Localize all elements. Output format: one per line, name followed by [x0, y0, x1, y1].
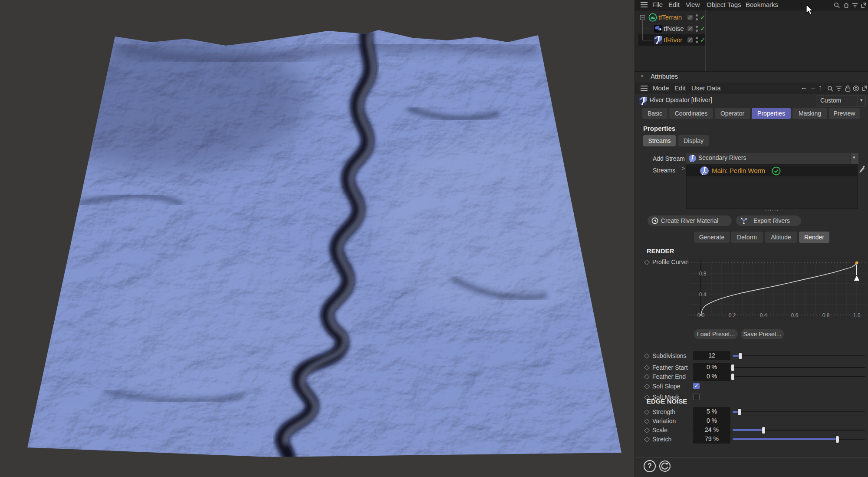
curve-start-point[interactable]: [700, 314, 702, 316]
back-icon[interactable]: ←: [801, 83, 807, 91]
layer-toggle-icon[interactable]: [687, 26, 693, 31]
soft-slope-checkbox[interactable]: ✓: [693, 383, 700, 389]
focus-icon[interactable]: [853, 85, 859, 92]
stream-item-row[interactable]: Main: Perlin Worm: [687, 166, 857, 176]
object-name[interactable]: tfNoise: [664, 23, 684, 34]
enabled-check-icon[interactable]: ✓: [700, 26, 706, 32]
tab-preview[interactable]: Preview: [829, 108, 860, 119]
export-rivers-button[interactable]: Export Rivers: [736, 215, 801, 226]
resize-handle-dots[interactable]: ······: [765, 208, 779, 213]
tab-properties[interactable]: Properties: [752, 108, 791, 119]
menu-bookmarks[interactable]: Bookmarks: [746, 0, 778, 10]
help-icon[interactable]: ?: [644, 460, 656, 472]
visibility-dot-bottom[interactable]: [696, 41, 698, 43]
up-icon[interactable]: ↑: [819, 83, 822, 91]
menu-file[interactable]: File: [652, 0, 663, 10]
menu-edit[interactable]: Edit: [668, 0, 680, 10]
menu-mode[interactable]: Mode: [653, 83, 669, 93]
hamburger-icon[interactable]: [641, 86, 648, 86]
tab-basic[interactable]: Basic: [642, 108, 667, 119]
keyframe-diamond-icon[interactable]: [644, 418, 650, 424]
tfriver-object-icon[interactable]: [654, 36, 662, 44]
tab-operator[interactable]: Operator: [715, 108, 750, 119]
forward-icon[interactable]: →: [809, 83, 816, 91]
streams-list[interactable]: Main: Perlin Worm: [686, 164, 858, 209]
dropdown-arrow-button[interactable]: ▾: [850, 153, 858, 164]
keyframe-diamond-icon[interactable]: [644, 374, 650, 380]
keyframe-diamond-icon[interactable]: [644, 353, 650, 359]
subtab-streams[interactable]: Streams: [643, 135, 676, 146]
menu-user-data[interactable]: User Data: [691, 83, 721, 93]
expander-arrow-icon[interactable]: >: [682, 166, 685, 172]
keyframe-diamond-icon[interactable]: [644, 259, 650, 265]
hamburger-icon[interactable]: [641, 2, 648, 3]
tab-generate[interactable]: Generate: [694, 232, 730, 243]
3d-viewport[interactable]: [0, 0, 635, 477]
feather-start-input[interactable]: 0 %: [693, 363, 730, 372]
create-river-material-button[interactable]: Create River Material: [648, 215, 732, 226]
visibility-dot-top[interactable]: [696, 37, 698, 39]
feather-end-slider-handle[interactable]: [731, 374, 734, 380]
stretch-slider-handle[interactable]: [836, 436, 839, 443]
visibility-dot-top[interactable]: [696, 26, 698, 28]
save-preset-button[interactable]: Save Preset...: [741, 329, 784, 339]
tfnoise-object-icon[interactable]: [654, 25, 662, 33]
keyframe-diamond-icon[interactable]: [644, 427, 650, 433]
keyframe-diamond-icon[interactable]: [644, 409, 650, 415]
feather-end-input[interactable]: 0 %: [693, 372, 730, 381]
menu-tags[interactable]: Tags: [727, 0, 741, 10]
stretch-input[interactable]: 79 %: [693, 434, 730, 444]
collapse-expander-icon[interactable]: −: [640, 15, 645, 20]
filter-icon[interactable]: [836, 86, 842, 91]
curve-end-point-selected[interactable]: [855, 262, 858, 265]
feather-start-slider-track[interactable]: [733, 367, 865, 368]
om-column-divider[interactable]: [705, 10, 706, 71]
soft-mask-checkbox[interactable]: [693, 394, 700, 400]
tfterrain-object-icon[interactable]: [648, 13, 657, 22]
tab-masking[interactable]: Masking: [792, 108, 827, 119]
preset-dropdown[interactable]: Custom ▾: [816, 96, 866, 106]
stream-enabled-check-icon[interactable]: [772, 166, 781, 176]
strength-slider-track[interactable]: [733, 411, 865, 412]
tab-render[interactable]: Render: [799, 232, 829, 243]
close-icon[interactable]: ×: [641, 73, 644, 79]
object-row-tfriver[interactable]: tfRiver ✓: [635, 34, 868, 46]
menu-edit[interactable]: Edit: [674, 83, 686, 93]
filter-icon[interactable]: [852, 3, 858, 8]
subdivisions-input[interactable]: 12: [693, 351, 730, 360]
tab-deform[interactable]: Deform: [731, 232, 763, 243]
visibility-dot-bottom[interactable]: [696, 30, 698, 32]
load-preset-button[interactable]: Load Preset...: [694, 329, 738, 339]
layer-toggle-icon[interactable]: [687, 37, 693, 43]
menu-view[interactable]: View: [686, 0, 700, 10]
layer-toggle-icon[interactable]: [687, 15, 693, 20]
enabled-check-icon[interactable]: ✓: [700, 14, 706, 20]
scale-input[interactable]: 24 %: [693, 425, 730, 434]
visibility-dot-bottom[interactable]: [696, 18, 698, 20]
pick-pencil-icon[interactable]: [858, 166, 865, 173]
lock-icon[interactable]: [845, 85, 851, 92]
keyframe-diamond-icon[interactable]: [644, 437, 650, 442]
scale-slider-handle[interactable]: [762, 427, 765, 434]
tab-coordinates[interactable]: Coordinates: [669, 108, 713, 119]
reset-icon[interactable]: [659, 460, 671, 472]
visibility-dot-top[interactable]: [696, 14, 698, 17]
object-row-tfterrain[interactable]: − tfTerrain ✓: [635, 12, 868, 23]
object-row-tfnoise[interactable]: tfNoise ✓: [635, 23, 868, 34]
object-name[interactable]: tfRiver: [664, 34, 682, 46]
profile-curve-graph[interactable]: 0.8 0.4 0.0 0.2 0.4 0.6 0.8 1.0: [688, 256, 867, 326]
feather-end-slider-track[interactable]: [733, 376, 865, 377]
subdivisions-slider-track[interactable]: [733, 355, 865, 356]
object-name[interactable]: tfTerrain: [658, 12, 682, 23]
add-stream-dropdown[interactable]: Secondary Rivers ▾: [686, 153, 858, 164]
feather-start-slider-handle[interactable]: [731, 364, 734, 371]
strength-input[interactable]: 5 %: [693, 407, 730, 416]
subtab-display[interactable]: Display: [678, 135, 709, 146]
subdivisions-slider-handle[interactable]: [739, 353, 742, 359]
enabled-check-icon[interactable]: ✓: [700, 37, 706, 43]
search-icon[interactable]: [827, 86, 833, 92]
keyframe-diamond-icon[interactable]: [644, 384, 650, 389]
strength-slider-handle[interactable]: [738, 409, 741, 415]
keyframe-diamond-icon[interactable]: [644, 365, 650, 371]
popout-icon[interactable]: [861, 2, 867, 8]
